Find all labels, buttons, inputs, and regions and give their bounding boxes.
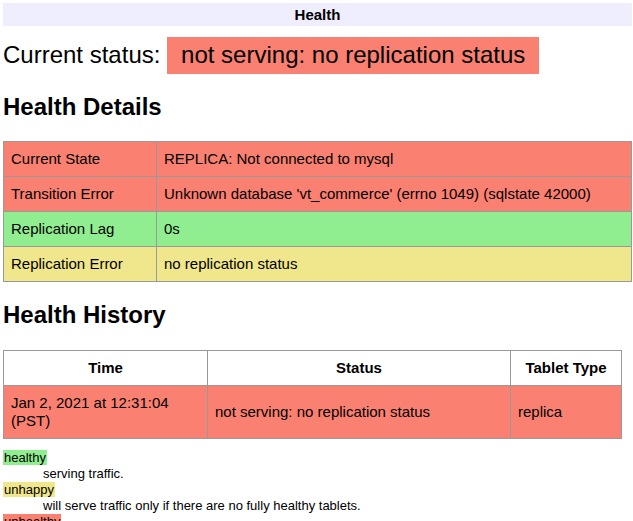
- detail-value: no replication status: [157, 247, 632, 282]
- legend-description: will serve traffic only if there are no …: [43, 498, 632, 514]
- detail-key: Transition Error: [4, 177, 157, 212]
- table-row: Current State REPLICA: Not connected to …: [4, 142, 632, 177]
- legend-term: unhappy: [3, 482, 55, 497]
- legend-item: unhappy: [3, 482, 632, 498]
- history-tablet-type: replica: [511, 385, 622, 438]
- table-row: Transition Error Unknown database 'vt_co…: [4, 177, 632, 212]
- detail-value: Unknown database 'vt_commerce' (errno 10…: [157, 177, 632, 212]
- table-row: Replication Error no replication status: [4, 247, 632, 282]
- detail-value: 0s: [157, 212, 632, 247]
- legend-item: unhealthy: [3, 514, 632, 521]
- legend-term: unhealthy: [3, 514, 61, 521]
- legend: healthy serving traffic. unhappy will se…: [3, 450, 632, 521]
- column-header-status: Status: [208, 350, 511, 385]
- detail-value: REPLICA: Not connected to mysql: [157, 142, 632, 177]
- legend-item: healthy: [3, 450, 632, 466]
- health-history-table: Time Status Tablet Type Jan 2, 2021 at 1…: [3, 350, 622, 439]
- history-status: not serving: no replication status: [208, 385, 511, 438]
- current-status-label: Current status:: [3, 41, 160, 68]
- current-status-badge: not serving: no replication status: [167, 37, 539, 74]
- table-row: Jan 2, 2021 at 12:31:04 (PST) not servin…: [4, 385, 622, 438]
- detail-key: Replication Lag: [4, 212, 157, 247]
- detail-key: Replication Error: [4, 247, 157, 282]
- detail-key: Current State: [4, 142, 157, 177]
- health-history-heading: Health History: [3, 301, 632, 329]
- column-header-time: Time: [4, 350, 208, 385]
- current-status-line: Current status: not serving: no replicat…: [3, 37, 632, 74]
- table-row: Replication Lag 0s: [4, 212, 632, 247]
- page-title: Health: [3, 3, 632, 26]
- history-time: Jan 2, 2021 at 12:31:04 (PST): [4, 385, 208, 438]
- table-header-row: Time Status Tablet Type: [4, 350, 622, 385]
- health-details-table: Current State REPLICA: Not connected to …: [3, 141, 632, 282]
- legend-term: healthy: [3, 450, 47, 465]
- column-header-tablet-type: Tablet Type: [511, 350, 622, 385]
- legend-description: serving traffic.: [43, 466, 632, 482]
- health-details-heading: Health Details: [3, 93, 632, 121]
